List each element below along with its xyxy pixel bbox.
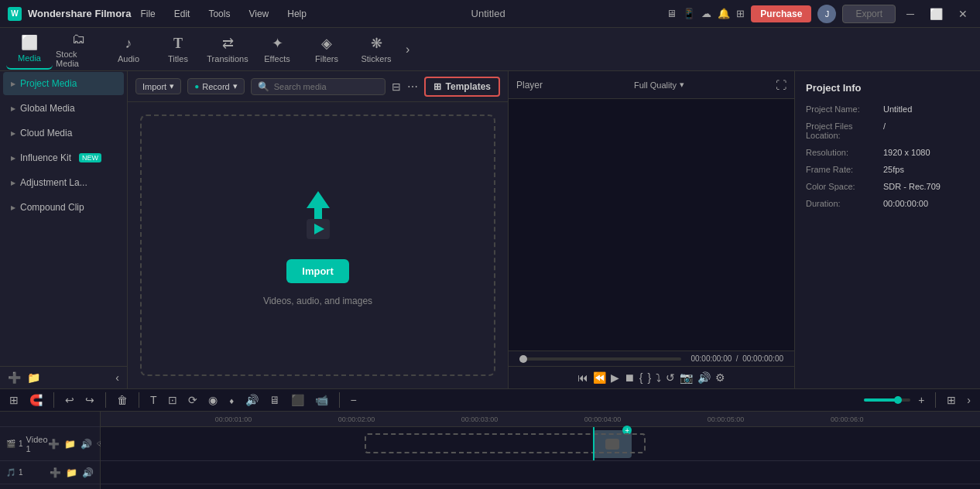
project-files-label: Project FilesLocation: bbox=[806, 121, 883, 140]
more-timeline-icon[interactable]: › bbox=[964, 392, 974, 408]
project-info-panel: Project Info Project Name: Untitled Proj… bbox=[794, 71, 980, 388]
crop-icon[interactable]: ⊡ bbox=[165, 392, 180, 408]
framerate-label: Frame Rate: bbox=[806, 165, 883, 174]
audio-separate-icon[interactable]: 🔊 bbox=[242, 392, 262, 408]
toolbar-more-button[interactable]: › bbox=[403, 39, 413, 60]
drop-zone[interactable] bbox=[365, 433, 646, 453]
add-folder-icon[interactable]: ➕ bbox=[8, 371, 21, 384]
templates-button[interactable]: ⊞ Templates bbox=[424, 77, 500, 97]
screen-record-icon[interactable]: 🖥 bbox=[266, 392, 283, 408]
mark-in-icon[interactable]: { bbox=[639, 371, 643, 384]
import-label: Import bbox=[142, 82, 166, 91]
titlebar-right: 🖥 📱 ☁ 🔔 ⊞ Purchase J Export ─ ⬜ ✕ bbox=[666, 5, 972, 23]
toolbar-titles[interactable]: T Titles bbox=[155, 29, 201, 70]
track-folder-icon[interactable]: 📁 bbox=[64, 439, 76, 450]
templates-icon: ⊞ bbox=[433, 81, 441, 92]
progress-thumb[interactable] bbox=[519, 355, 527, 363]
track-mute-icon[interactable]: 🔊 bbox=[82, 467, 94, 478]
import-drop-area[interactable]: Import Videos, audio, and images bbox=[140, 115, 495, 376]
timeline: ⊞ 🧲 ↩ ↪ 🗑 T ⊡ ⟳ ◉ ⬧ 🔊 🖥 ⬛ 📹 − + ⊞ › bbox=[0, 388, 980, 489]
sidebar-cloud-media-label: Cloud Media bbox=[20, 128, 72, 138]
record-button[interactable]: ● Record ▾ bbox=[187, 78, 245, 94]
purchase-button[interactable]: Purchase bbox=[751, 5, 811, 22]
fullscreen-icon[interactable]: ⛶ bbox=[776, 79, 786, 91]
duration-label: Duration: bbox=[806, 199, 883, 208]
devices-icon[interactable]: 📱 bbox=[683, 8, 695, 19]
keyframe-icon[interactable]: ⬧ bbox=[225, 392, 238, 408]
collapse-icon[interactable]: ‹ bbox=[115, 371, 119, 384]
grid-view-icon[interactable]: ⊞ bbox=[944, 392, 959, 408]
zoom-thumb[interactable] bbox=[894, 396, 902, 404]
menu-file[interactable]: File bbox=[137, 7, 158, 21]
audio-track-label: 🎵 1 ➕ 📁 🔊 bbox=[0, 461, 100, 484]
sidebar-item-influence-kit[interactable]: ▶ Influence Kit NEW bbox=[3, 146, 124, 169]
speed-icon[interactable]: ⟳ bbox=[185, 392, 200, 408]
snapshot-icon[interactable]: 📷 bbox=[680, 371, 693, 384]
settings-icon[interactable]: ⚙ bbox=[715, 371, 725, 384]
menu-edit[interactable]: Edit bbox=[171, 7, 194, 21]
toolbar-filters[interactable]: ◈ Filters bbox=[303, 29, 350, 70]
track-add-icon[interactable]: ➕ bbox=[48, 439, 60, 450]
toolbar-audio[interactable]: ♪ Audio bbox=[105, 29, 152, 70]
media-toolbar: Import ▾ ● Record ▾ 🔍 ⊟ ⋯ ⊞ Templates bbox=[128, 71, 508, 102]
zoom-slider[interactable] bbox=[864, 398, 910, 402]
bell-icon[interactable]: 🔔 bbox=[718, 8, 730, 19]
menu-help[interactable]: Help bbox=[284, 7, 310, 21]
export-button[interactable]: Export bbox=[842, 5, 896, 23]
undo-icon[interactable]: ↩ bbox=[62, 392, 77, 408]
zoom-out-icon[interactable]: − bbox=[348, 392, 360, 408]
text-icon[interactable]: T bbox=[147, 392, 160, 408]
separator bbox=[105, 392, 106, 408]
grid-icon[interactable]: ⊞ bbox=[736, 8, 745, 19]
sidebar-item-compound-clip[interactable]: ▶ Compound Clip bbox=[3, 196, 124, 219]
video-icon[interactable]: 📹 bbox=[312, 392, 331, 408]
more-options-icon[interactable]: ⋯ bbox=[407, 80, 418, 93]
redo-icon[interactable]: ↪ bbox=[82, 392, 98, 408]
step-back-icon[interactable]: ⏪ bbox=[593, 371, 606, 384]
toolbar-media[interactable]: ⬜ Media bbox=[6, 29, 53, 70]
import-button[interactable]: Import ▾ bbox=[135, 78, 181, 94]
add-track-icon[interactable]: ⊞ bbox=[6, 392, 22, 408]
sidebar-item-adjustment[interactable]: ▶ Adjustment La... bbox=[3, 171, 124, 194]
mark-out-icon[interactable]: } bbox=[648, 371, 652, 384]
maximize-button[interactable]: ⬜ bbox=[925, 6, 947, 22]
skip-back-icon[interactable]: ⏮ bbox=[577, 371, 588, 384]
play-button[interactable]: ▶ bbox=[611, 371, 619, 384]
monitor-icon[interactable]: 🖥 bbox=[666, 8, 677, 19]
quality-selector[interactable]: Full Quality ▾ bbox=[634, 80, 684, 90]
track-volume-icon[interactable]: 🔊 bbox=[81, 439, 92, 450]
sidebar-item-cloud-media[interactable]: ▶ Cloud Media bbox=[3, 121, 124, 145]
add-to-timeline-icon[interactable]: ⤵ bbox=[656, 371, 661, 384]
folder-icon[interactable]: 📁 bbox=[27, 371, 40, 384]
search-input[interactable] bbox=[274, 82, 379, 91]
toolbar-stock-media[interactable]: 🗂 Stock Media bbox=[56, 29, 102, 70]
app-logo: W bbox=[8, 7, 22, 21]
sidebar-item-project-media[interactable]: ▶ Project Media bbox=[3, 72, 124, 95]
magnet-icon[interactable]: 🧲 bbox=[26, 392, 46, 408]
track-folder-icon-2[interactable]: 📁 bbox=[66, 467, 77, 478]
toolbar-effects-label: Effects bbox=[264, 54, 290, 63]
loop-icon[interactable]: ↺ bbox=[666, 371, 675, 384]
app-title: Untitled bbox=[471, 8, 505, 19]
toolbar-effects[interactable]: ✦ Effects bbox=[254, 29, 300, 70]
import-media-button[interactable]: Import bbox=[286, 259, 348, 283]
delete-icon[interactable]: 🗑 bbox=[114, 392, 131, 408]
sidebar-item-global-media[interactable]: ▶ Global Media bbox=[3, 97, 124, 120]
track-add-icon-2[interactable]: ➕ bbox=[50, 467, 61, 478]
cloud-icon[interactable]: ☁ bbox=[701, 8, 711, 19]
toolbar-stickers[interactable]: ❋ Stickers bbox=[353, 29, 399, 70]
minimize-button[interactable]: ─ bbox=[902, 6, 919, 22]
pip-icon[interactable]: ⬛ bbox=[288, 392, 307, 408]
stickers-icon: ❋ bbox=[371, 35, 382, 52]
close-button[interactable]: ✕ bbox=[954, 6, 972, 22]
volume-icon[interactable]: 🔊 bbox=[697, 371, 711, 384]
stop-button[interactable]: ⏹ bbox=[624, 371, 635, 384]
menu-tools[interactable]: Tools bbox=[205, 7, 233, 21]
toolbar-transitions[interactable]: ⇄ Transitions bbox=[204, 29, 251, 70]
menu-view[interactable]: View bbox=[245, 7, 272, 21]
player-progress-bar[interactable] bbox=[519, 357, 681, 361]
color-icon[interactable]: ◉ bbox=[205, 392, 221, 408]
arrow-icon: ▶ bbox=[11, 155, 15, 162]
zoom-in-icon[interactable]: + bbox=[915, 392, 927, 408]
filter-icon[interactable]: ⊟ bbox=[392, 80, 401, 93]
